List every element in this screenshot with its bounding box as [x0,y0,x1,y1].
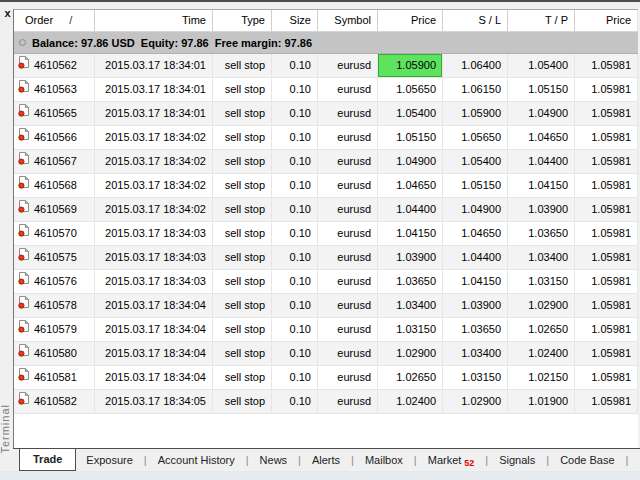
order-row[interactable]: 46105762015.03.17 18:34:03sell stop0.10e… [14,270,638,294]
order-row[interactable]: 46105752015.03.17 18:34:03sell stop0.10e… [14,246,638,270]
column-header-t-p[interactable]: T / P [508,10,575,31]
column-header-type[interactable]: Type [213,10,272,31]
order-row[interactable]: 46105792015.03.17 18:34:04sell stop0.10e… [14,318,638,342]
tp-cell: 1.02400 [508,342,575,365]
symbol-cell: eurusd [318,246,378,269]
order-id-cell: 4610567 [14,150,95,173]
type-cell: sell stop [213,318,272,341]
time-cell: 2015.03.17 18:34:04 [95,342,213,365]
tab-bar: TradeExposure|Account History|News|Alert… [13,448,640,471]
current-price-cell: 1.05981 [575,54,638,77]
tab-market[interactable]: Market52 [418,449,485,471]
current-price-cell: 1.05981 [575,102,638,125]
type-cell: sell stop [213,174,272,197]
sl-cell: 1.03400 [443,342,508,365]
tp-cell: 1.05150 [508,78,575,101]
order-id-cell: 4610578 [14,294,95,317]
size-cell: 0.10 [272,78,318,101]
tp-cell: 1.03900 [508,198,575,221]
sl-cell: 1.06150 [443,78,508,101]
tab-label: Exposure [86,454,132,466]
column-header-price[interactable]: Price [378,10,443,31]
order-row[interactable]: 46105632015.03.17 18:34:01sell stop0.10e… [14,78,638,102]
sl-cell: 1.03900 [443,294,508,317]
tab-news[interactable]: News [250,449,298,471]
size-cell: 0.10 [272,102,318,125]
order-row[interactable]: 46105782015.03.17 18:34:04sell stop0.10e… [14,294,638,318]
size-cell: 0.10 [272,294,318,317]
order-row[interactable]: 46105622015.03.17 18:34:01sell stop0.10e… [14,54,638,78]
time-cell: 2015.03.17 18:34:04 [95,294,213,317]
order-id-cell: 4610576 [14,270,95,293]
pending-order-icon [18,102,30,125]
tp-cell: 1.03400 [508,246,575,269]
tp-cell: 1.03650 [508,222,575,245]
order-id-cell: 4610563 [14,78,95,101]
order-row[interactable]: 46105692015.03.17 18:34:02sell stop0.10e… [14,198,638,222]
symbol-cell: eurusd [318,78,378,101]
tab-mailbox[interactable]: Mailbox [355,449,413,471]
size-cell: 0.10 [272,390,318,413]
pending-order-icon [18,366,30,389]
balance-row[interactable]: Balance: 97.86 USD Equity: 97.86 Free ma… [14,32,638,54]
price-cell: 1.03900 [378,246,443,269]
symbol-cell: eurusd [318,390,378,413]
price-cell: 1.04150 [378,222,443,245]
order-row[interactable]: 46105682015.03.17 18:34:02sell stop0.10e… [14,174,638,198]
order-row[interactable]: 46105662015.03.17 18:34:02sell stop0.10e… [14,126,638,150]
column-header-s-l[interactable]: S / L [443,10,508,31]
column-header-symbol[interactable]: Symbol [318,10,378,31]
sl-cell: 1.05900 [443,102,508,125]
sort-direction-indicator: / [69,14,72,26]
tp-cell: 1.04900 [508,102,575,125]
size-cell: 0.10 [272,198,318,221]
tab-experts[interactable]: Experts [629,449,640,471]
current-price-cell: 1.05981 [575,342,638,365]
order-id-cell: 4610580 [14,342,95,365]
pending-order-icon [18,342,30,365]
time-cell: 2015.03.17 18:34:05 [95,390,213,413]
type-cell: sell stop [213,390,272,413]
table-header: Order/TimeTypeSizeSymbolPriceS / LT / PP… [14,10,638,32]
type-cell: sell stop [213,78,272,101]
tab-code-base[interactable]: Code Base [550,449,624,471]
order-row[interactable]: 46105672015.03.17 18:34:02sell stop0.10e… [14,150,638,174]
price-cell: 1.05150 [378,126,443,149]
symbol-cell: eurusd [318,102,378,125]
order-row[interactable]: 46105702015.03.17 18:34:03sell stop0.10e… [14,222,638,246]
tp-cell: 1.03150 [508,270,575,293]
tab-alerts[interactable]: Alerts [302,449,350,471]
order-id-cell: 4610566 [14,126,95,149]
pending-order-icon [18,318,30,341]
tab-trade[interactable]: Trade [19,449,76,471]
time-cell: 2015.03.17 18:34:02 [95,150,213,173]
tp-cell: 1.04650 [508,126,575,149]
tab-exposure[interactable]: Exposure [76,449,142,471]
order-id-cell: 4610575 [14,246,95,269]
symbol-cell: eurusd [318,342,378,365]
type-cell: sell stop [213,54,272,77]
pending-order-icon [18,390,30,413]
column-header-price-current[interactable]: Price [575,10,638,31]
order-row[interactable]: 46105812015.03.17 18:34:04sell stop0.10e… [14,366,638,390]
column-header-size[interactable]: Size [272,10,318,31]
window-top-edge [0,0,640,2]
order-row[interactable]: 46105652015.03.17 18:34:01sell stop0.10e… [14,102,638,126]
type-cell: sell stop [213,102,272,125]
sl-cell: 1.04900 [443,198,508,221]
price-cell: 1.04400 [378,198,443,221]
column-header-order[interactable]: Order/ [14,10,95,31]
column-header-time[interactable]: Time [95,10,213,31]
time-cell: 2015.03.17 18:34:04 [95,318,213,341]
order-row[interactable]: 46105802015.03.17 18:34:04sell stop0.10e… [14,342,638,366]
order-id-cell: 4610565 [14,102,95,125]
tab-account-history[interactable]: Account History [148,449,245,471]
tab-label: Alerts [312,454,340,466]
tab-label: Signals [499,454,535,466]
order-id-cell: 4610568 [14,174,95,197]
order-id-cell: 4610582 [14,390,95,413]
pending-order-icon [18,174,30,197]
close-panel-button[interactable]: x [2,7,13,19]
tab-signals[interactable]: Signals [489,449,545,471]
order-row[interactable]: 46105822015.03.17 18:34:05sell stop0.10e… [14,390,638,414]
